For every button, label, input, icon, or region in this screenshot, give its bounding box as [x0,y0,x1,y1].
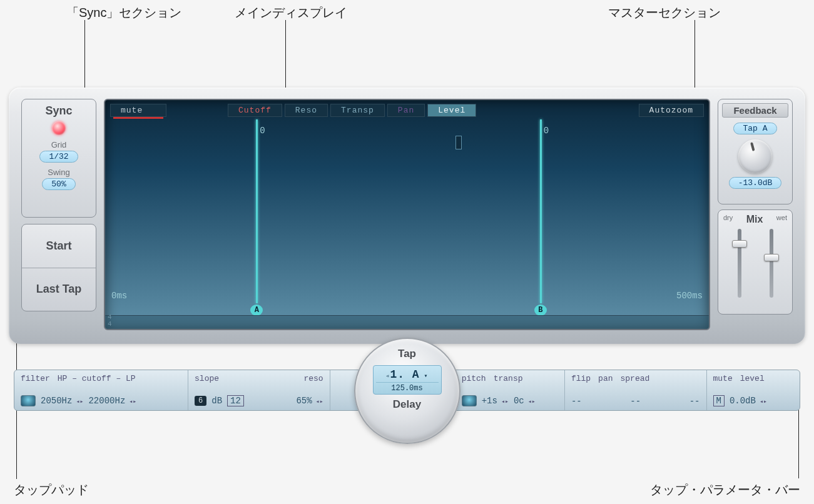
tap-b-line[interactable]: B [540,119,542,303]
display-body[interactable]: A 0 B 0 0ms 500ms [105,119,709,303]
pitch-power-button[interactable] [462,395,477,406]
annotation-master: マスターセクション [608,4,721,21]
main-display: mute Cutoff Reso Transp Pan Level Autozo… [104,99,710,330]
transp-tab[interactable]: Transp [330,104,385,117]
tap-a-value: 0 [260,126,265,136]
reso-tab[interactable]: Reso [285,104,328,117]
pitch-group: pitch transp +1s 0c [455,370,565,410]
mute-value[interactable]: M [713,395,725,406]
last-tap-pad[interactable]: Last Tap [22,268,96,311]
feedback-box: Feedback Tap A -13.0dB [718,99,793,204]
sync-title: Sync [26,104,92,118]
plugin-body: Sync Grid 1/32 Swing 50% Start Last Tap … [9,88,805,344]
pan-tab[interactable]: Pan [387,104,425,117]
annotation-tappad: タップパッド [14,481,89,498]
tap-a-marker[interactable]: A [250,305,263,316]
slope-reso-group: slope reso 6 dB 12 65% [188,370,330,410]
filter-group: filter HP – cutoff – LP 2050Hz 22000Hz [14,370,188,410]
master-section: Feedback Tap A -13.0dB dry Mix wet [718,99,793,315]
pan-value[interactable]: -- [630,396,641,406]
pitch-label: pitch [462,374,486,383]
pan-label: pan [598,374,613,383]
tap-handle[interactable] [455,136,462,149]
spread-value[interactable]: -- [689,396,700,406]
hp-value[interactable]: 2050Hz [41,396,83,406]
hp-lp-label: HP – cutoff – LP [58,374,136,383]
time-sig-den: 4 [108,321,112,328]
pitch-value[interactable]: +1s [482,396,509,406]
slope-6[interactable]: 6 [195,396,206,406]
mute-label: mute [713,374,733,383]
start-pad[interactable]: Start [22,224,96,268]
wet-slider-thumb[interactable] [764,254,779,261]
tap-wheel-bottom-label: Delay [355,398,459,411]
anno-line [694,20,695,89]
tap-delay-wheel[interactable]: Tap 1. A 125.0ms Delay [354,338,460,444]
tap-a-line[interactable]: A [256,119,258,303]
tap-wheel-top-label: Tap [355,348,459,360]
tap-b-value: 0 [544,126,549,136]
filter-label: filter [21,374,50,383]
display-scrollbar[interactable]: 4 4 [105,315,709,329]
cutoff-tab[interactable]: Cutoff [228,104,282,117]
annotation-main: メインディスプレイ [235,4,347,21]
time-end: 500ms [676,291,703,301]
lp-value[interactable]: 22000Hz [88,396,136,406]
slope-label: slope [195,374,219,383]
tap-wheel-screen[interactable]: 1. A 125.0ms [373,365,442,395]
mix-wet-label: wet [776,214,787,225]
reso-label: reso [303,374,323,383]
level-value[interactable]: 0.0dB [730,396,767,406]
mute-tab[interactable]: mute [110,104,166,117]
slope-12[interactable]: 12 [227,395,244,406]
slope-db-unit: dB [211,396,222,406]
level-group: mute level M 0.0dB [707,370,800,410]
sync-led[interactable] [52,121,66,135]
sync-section: Sync Grid 1/32 Swing 50% [21,99,96,218]
transp-label: transp [494,374,523,383]
swing-label: Swing [26,168,92,177]
anno-line [84,20,85,89]
tap-b-marker[interactable]: B [534,305,547,316]
feedback-knob[interactable] [738,139,772,173]
tap-pads: Start Last Tap [21,224,96,311]
spread-label: spread [621,374,650,383]
display-tabs: mute Cutoff Reso Transp Pan Level Autozo… [105,100,709,119]
annotation-sync: 「Sync」セクション [66,4,181,21]
grid-label: Grid [26,140,92,149]
time-start: 0ms [111,291,127,301]
flip-label: flip [571,374,591,383]
feedback-value[interactable]: -13.0dB [729,177,782,189]
tap-delay-time[interactable]: 125.0ms [376,382,439,393]
feedback-title: Feedback [722,103,788,118]
autozoom-button[interactable]: Autozoom [639,104,704,117]
pan-group: flip pan spread -- -- -- [565,370,707,410]
feedback-tap-select[interactable]: Tap A [733,123,776,134]
dry-slider[interactable] [738,229,741,298]
wet-slider[interactable] [770,229,773,298]
tap-selected[interactable]: 1. A [376,368,439,381]
flip-value[interactable]: -- [571,396,582,406]
mix-box: dry Mix wet [718,209,793,315]
mix-title: Mix [746,214,763,225]
level-tab[interactable]: Level [427,104,476,117]
level-label: level [740,374,765,383]
grid-value[interactable]: 1/32 [39,151,78,163]
dry-slider-thumb[interactable] [732,240,747,248]
filter-power-button[interactable] [21,395,36,406]
anno-line [285,20,286,89]
annotation-parambar: タップ・パラメータ・バー [650,481,800,498]
transp-value[interactable]: 0c [514,396,536,406]
mix-dry-label: dry [723,214,733,225]
swing-value[interactable]: 50% [42,178,75,190]
reso-value[interactable]: 65% [296,396,323,406]
